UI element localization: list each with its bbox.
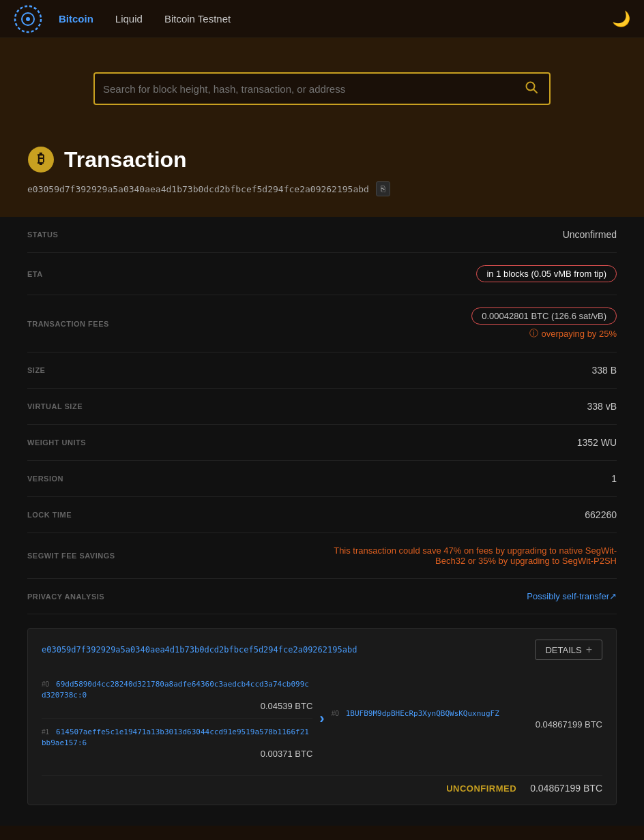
input-hash-0[interactable]: 69dd5890d4cc28240d321780a8adfe64360c3aed… [42, 680, 309, 700]
output-hash-0[interactable]: 1BUFB9M9dpBHEcRp3XynQBQWsKQuxnugFZ [346, 709, 499, 718]
weight-label: WEIGHT UNITS [27, 438, 86, 447]
page-title: Transaction [64, 147, 187, 172]
details-btn-label: DETAILS [545, 645, 581, 655]
weight-row: WEIGHT UNITS 1352 WU [27, 425, 617, 461]
tx-card-footer: UNCONFIRMED 0.04867199 BTC [42, 775, 602, 794]
segwit-label: SEGWIT FEE SAVINGS [27, 552, 115, 560]
output-index-0: #0 [332, 710, 339, 717]
search-box [93, 72, 551, 105]
status-label: STATUS [27, 230, 58, 239]
segwit-row: SEGWIT FEE SAVINGS This transaction coul… [27, 533, 617, 579]
svg-text:₿: ₿ [38, 151, 44, 166]
nav-testnet[interactable]: Bitcoin Testnet [164, 13, 231, 25]
tx-inputs: #0 69dd5890d4cc28240d321780a8adfe64360c3… [42, 671, 312, 766]
tx-card-hash[interactable]: e03059d7f392929a5a0340aea4d1b73b0dcd2bfb… [42, 645, 357, 655]
footer-amount: 0.04867199 BTC [530, 783, 602, 794]
bitcoin-icon: ₿ [27, 146, 55, 173]
plus-icon: + [586, 644, 592, 656]
weight-value: 1352 WU [577, 437, 617, 448]
output-amount-0: 0.04867199 BTC [332, 719, 602, 730]
details-button[interactable]: DETAILS + [535, 640, 602, 660]
vsize-label: VIRTUAL SIZE [27, 402, 83, 410]
tx-outputs: #0 1BUFB9M9dpBHEcRp3XynQBQWsKQuxnugFZ 0.… [332, 700, 602, 736]
input-index-0: #0 [42, 680, 49, 688]
size-row: SIZE 338 B [27, 352, 617, 389]
search-button[interactable] [522, 78, 541, 100]
tx-io: #0 69dd5890d4cc28240d321780a8adfe64360c3… [42, 671, 602, 766]
privacy-value[interactable]: Possibly self-transfer↗ [527, 591, 617, 601]
transaction-title-row: ₿ Transaction [27, 146, 617, 173]
vsize-row: VIRTUAL SIZE 338 vB [27, 389, 617, 425]
locktime-value: 662260 [585, 509, 617, 520]
vsize-value: 338 vB [587, 401, 617, 412]
fees-label: TRANSACTION FEES [27, 320, 109, 328]
input-item-0: #0 69dd5890d4cc28240d321780a8adfe64360c3… [42, 671, 312, 719]
logo-icon[interactable] [14, 5, 42, 33]
transaction-hash-row: e03059d7f392929a5a0340aea4d1b73b0dcd2bfb… [27, 181, 617, 196]
locktime-label: LOCK TIME [27, 511, 72, 519]
transaction-hash: e03059d7f392929a5a0340aea4d1b73b0dcd2bfb… [27, 184, 369, 194]
fees-warning-text: overpaying by 25% [541, 329, 617, 339]
nav-liquid[interactable]: Liquid [115, 13, 143, 25]
size-value: 338 B [591, 365, 617, 376]
version-label: VERSION [27, 475, 63, 483]
search-input[interactable] [103, 83, 522, 95]
eta-value: in 1 blocks (0.05 vMB from tip) [476, 265, 617, 282]
tx-card-header: e03059d7f392929a5a0340aea4d1b73b0dcd2bfb… [42, 640, 602, 660]
input-amount-0: 0.04539 BTC [42, 701, 312, 711]
search-area [0, 38, 644, 146]
svg-line-4 [533, 89, 537, 93]
output-item-0: #0 1BUFB9M9dpBHEcRp3XynQBQWsKQuxnugFZ 0.… [332, 700, 602, 736]
status-row: STATUS Unconfirmed [27, 217, 617, 253]
dark-mode-toggle[interactable]: 🌙 [612, 10, 630, 28]
header: Bitcoin Liquid Bitcoin Testnet 🌙 [0, 0, 644, 38]
nav-bitcoin[interactable]: Bitcoin [59, 13, 93, 25]
privacy-label: PRIVACY ANALYSIS [27, 592, 104, 601]
version-row: VERSION 1 [27, 461, 617, 497]
input-index-1: #1 [42, 728, 49, 736]
fees-container: 0.00042801 BTC (126.6 sat/vB) ⓘ overpayi… [471, 308, 617, 340]
fees-value: 0.00042801 BTC (126.6 sat/vB) [471, 308, 617, 325]
footer-status: UNCONFIRMED [446, 783, 516, 794]
status-value: Unconfirmed [563, 229, 617, 240]
segwit-value: This transaction could save 47% on fees … [323, 545, 617, 566]
copy-hash-button[interactable]: ⎘ [376, 181, 390, 196]
eta-label: ETA [27, 270, 43, 278]
input-amount-1: 0.00371 BTC [42, 749, 312, 759]
details-section: STATUS Unconfirmed ETA in 1 blocks (0.05… [0, 217, 644, 614]
input-hash-1[interactable]: 614507aeffe5c1e19471a13b3013d63044ccd91e… [42, 728, 309, 747]
tx-card-section: e03059d7f392929a5a0340aea4d1b73b0dcd2bfb… [0, 614, 644, 826]
fees-warning: ⓘ overpaying by 25% [471, 327, 617, 340]
svg-point-2 [26, 17, 30, 21]
tx-card: e03059d7f392929a5a0340aea4d1b73b0dcd2bfb… [27, 628, 617, 805]
eta-row: ETA in 1 blocks (0.05 vMB from tip) [27, 253, 617, 295]
transaction-title-area: ₿ Transaction e03059d7f392929a5a0340aea4… [0, 146, 644, 217]
locktime-row: LOCK TIME 662260 [27, 497, 617, 533]
nav: Bitcoin Liquid Bitcoin Testnet [59, 13, 612, 25]
version-value: 1 [611, 473, 617, 484]
size-label: SIZE [27, 366, 45, 374]
tx-arrow-icon: › [319, 710, 324, 728]
warning-icon: ⓘ [529, 327, 538, 340]
input-item-1: #1 614507aeffe5c1e19471a13b3013d63044ccd… [42, 719, 312, 766]
fees-row: TRANSACTION FEES 0.00042801 BTC (126.6 s… [27, 295, 617, 352]
privacy-row: PRIVACY ANALYSIS Possibly self-transfer↗ [27, 579, 617, 614]
